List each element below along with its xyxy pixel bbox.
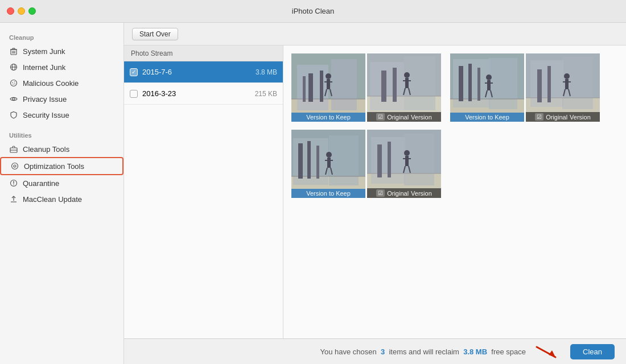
file-list-panel: Photo Stream ✓ 2015-7-6 3.8 MB 2016-3-23… <box>124 46 283 338</box>
photo-panel: Version to Keep <box>283 46 626 338</box>
sidebar: Cleanup System Junk <box>0 23 124 364</box>
sidebar-label-malicious-cookie: Malicious Cookie <box>23 79 79 88</box>
start-over-button[interactable]: Start Over <box>132 28 178 40</box>
sidebar-item-malicious-cookie[interactable]: Malicious Cookie <box>0 75 123 91</box>
svg-point-16 <box>13 98 15 100</box>
window-title: iPhoto Clean <box>292 7 334 15</box>
sidebar-label-internet-junk: Internet Junk <box>23 63 65 72</box>
quarantine-icon <box>9 179 18 188</box>
svg-rect-94 <box>377 144 382 177</box>
svg-rect-54 <box>489 58 517 109</box>
file-size-2: 215 KB <box>255 90 277 98</box>
arrow-indicator <box>534 341 562 362</box>
svg-point-96 <box>404 150 410 156</box>
briefcase-icon <box>9 144 18 154</box>
content-topbar: Start Over <box>124 23 626 46</box>
svg-rect-47 <box>405 78 409 88</box>
file-checkbox-1[interactable]: ✓ <box>130 68 138 76</box>
sidebar-label-macclean-update: MacClean Update <box>23 195 82 204</box>
svg-rect-31 <box>308 73 313 102</box>
svg-rect-79 <box>329 135 359 185</box>
main-layout: Cleanup System Junk <box>0 23 626 364</box>
svg-point-14 <box>13 84 14 85</box>
svg-rect-66 <box>530 60 563 107</box>
sidebar-label-cleanup-tools: Cleanup Tools <box>23 145 69 154</box>
sidebar-label-quarantine: Quarantine <box>23 179 59 188</box>
sidebar-item-privacy-issue[interactable]: Privacy Issue <box>0 91 123 107</box>
file-name-1: 2015-7-6 <box>142 68 251 76</box>
photo-thumb-version-2: Version to Keep <box>450 53 524 122</box>
sidebar-label-security-issue: Security Issue <box>23 111 69 119</box>
photo-thumb-original-2: ☑ Original Version <box>526 53 600 122</box>
table-row[interactable]: ✓ 2015-7-6 3.8 MB <box>124 61 283 83</box>
file-list: ✓ 2015-7-6 3.8 MB 2016-3-23 215 KB <box>124 61 283 338</box>
svg-rect-97 <box>405 156 409 166</box>
svg-rect-56 <box>459 66 463 101</box>
upload-icon <box>9 195 18 204</box>
titlebar: iPhoto Clean <box>0 0 626 23</box>
table-row[interactable]: 2016-3-23 215 KB <box>124 83 283 105</box>
svg-rect-57 <box>468 64 472 101</box>
file-size-1: 3.8 MB <box>256 68 277 76</box>
panel-header: Photo Stream <box>124 46 283 61</box>
svg-point-13 <box>14 81 15 82</box>
sidebar-label-privacy-issue: Privacy Issue <box>23 95 67 104</box>
svg-point-59 <box>486 75 492 80</box>
version-to-keep-label-3: Version to Keep <box>291 189 365 198</box>
svg-rect-72 <box>565 79 569 89</box>
photo-row-1: Version to Keep <box>291 53 618 122</box>
content-area: Start Over Photo Stream ✓ 2015-7-6 3.8 M… <box>124 23 626 364</box>
maximize-button[interactable] <box>28 7 36 15</box>
photo-thumb-version-3: Version to Keep <box>291 130 365 198</box>
svg-point-20 <box>14 165 16 167</box>
status-bar: You have chosen 3 items and will reclaim… <box>124 338 626 364</box>
shield-icon <box>9 110 18 119</box>
svg-point-23 <box>13 184 14 185</box>
svg-point-11 <box>11 80 17 86</box>
svg-rect-81 <box>298 143 303 179</box>
clean-button[interactable]: Clean <box>570 344 615 359</box>
svg-rect-60 <box>487 80 491 90</box>
sidebar-item-macclean-update[interactable]: MacClean Update <box>0 191 123 207</box>
sidebar-item-cleanup-tools[interactable]: Cleanup Tools <box>0 141 123 157</box>
photo-row-2: Version to Keep <box>291 130 618 198</box>
sidebar-item-internet-junk[interactable]: Internet Junk <box>0 59 123 75</box>
status-text: You have chosen 3 items and will reclaim… <box>320 348 526 356</box>
svg-point-12 <box>12 82 13 83</box>
file-name-2: 2016-3-23 <box>142 89 250 98</box>
svg-point-84 <box>326 152 332 158</box>
svg-rect-41 <box>370 62 404 110</box>
sidebar-item-system-junk[interactable]: System Junk <box>0 43 123 59</box>
svg-point-19 <box>12 163 18 169</box>
cookie-icon <box>9 78 18 88</box>
cleanup-section-label: Cleanup <box>0 30 123 43</box>
minimize-button[interactable] <box>18 7 25 15</box>
sidebar-label-optimization-tools: Optimization Tools <box>24 162 84 171</box>
svg-rect-95 <box>388 142 391 177</box>
gear-icon <box>10 162 19 171</box>
svg-rect-83 <box>316 146 319 179</box>
globe-icon <box>9 63 18 72</box>
original-version-label-1: ☑ Original Version <box>367 112 441 122</box>
close-button[interactable] <box>7 7 14 15</box>
version-to-keep-label-1: Version to Keep <box>291 113 365 122</box>
content-body: Photo Stream ✓ 2015-7-6 3.8 MB 2016-3-23… <box>124 46 626 338</box>
svg-rect-85 <box>327 158 331 168</box>
svg-point-46 <box>404 72 410 78</box>
utilities-section-label: Utilities <box>0 127 123 141</box>
file-checkbox-2[interactable] <box>130 90 138 98</box>
svg-rect-32 <box>320 71 323 102</box>
traffic-lights <box>7 7 36 15</box>
svg-point-34 <box>326 73 331 79</box>
svg-rect-44 <box>381 71 386 102</box>
photo-thumb-original-1: ☑ Original Version <box>367 53 441 122</box>
sidebar-item-quarantine[interactable]: Quarantine <box>0 175 123 191</box>
svg-rect-70 <box>547 66 551 102</box>
svg-rect-69 <box>537 69 542 102</box>
sidebar-item-optimization-tools[interactable]: Optimization Tools <box>0 157 123 175</box>
sidebar-item-security-issue[interactable]: Security Issue <box>0 107 123 123</box>
eye-icon <box>9 94 18 104</box>
svg-rect-58 <box>477 68 480 101</box>
svg-rect-33 <box>303 76 306 102</box>
svg-rect-42 <box>404 56 435 110</box>
